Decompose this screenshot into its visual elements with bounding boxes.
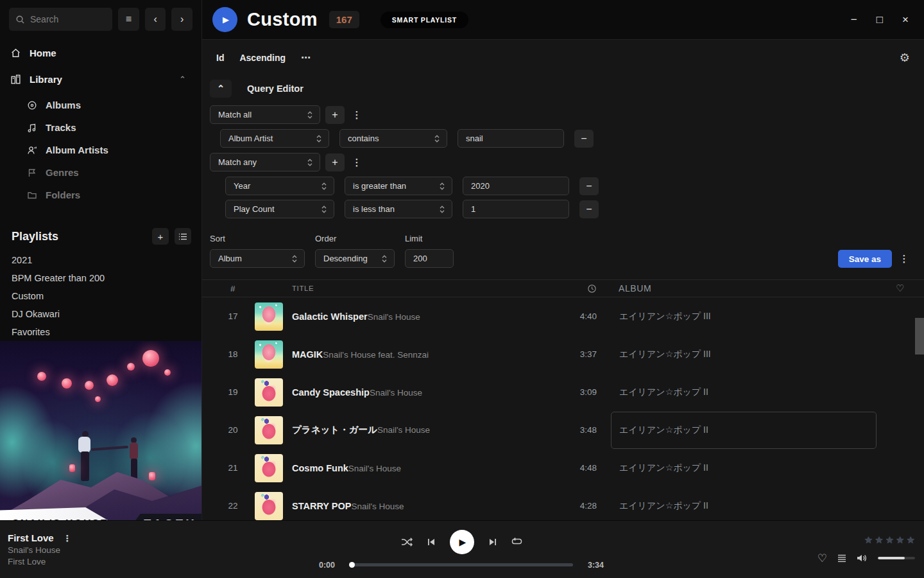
rule-value-input[interactable]	[458, 129, 564, 148]
nav-forward-button[interactable]: ›	[171, 8, 193, 31]
remove-rule-button[interactable]: −	[579, 200, 599, 218]
track-artist[interactable]: Snail's House	[368, 312, 420, 322]
minimize-button[interactable]: −	[851, 14, 857, 25]
track-album[interactable]: エイリアン☆ポップ II	[611, 374, 877, 411]
sidebar-item-home[interactable]: Home	[0, 40, 201, 66]
query-editor-toggle-row: ⌃ Query Editor	[210, 80, 916, 98]
now-playing-artist[interactable]: Snail's House	[8, 545, 307, 555]
volume-slider[interactable]	[878, 557, 915, 559]
manage-playlists-button[interactable]	[175, 228, 191, 245]
track-title: プラネット・ガール	[292, 425, 377, 435]
match-type-select[interactable]: Match all	[210, 105, 320, 124]
column-duration[interactable]	[552, 284, 597, 293]
favorite-heart-icon[interactable]: ♡	[817, 552, 827, 565]
previous-button[interactable]	[427, 538, 436, 547]
collapse-query-editor-button[interactable]: ⌃	[210, 80, 232, 98]
column-favorite[interactable]: ♡	[877, 283, 905, 294]
track-album[interactable]: エイリアン☆ポップ III	[611, 298, 877, 335]
menu-button[interactable]: ≡	[118, 8, 139, 31]
sidebar-item-albums[interactable]: Albums	[0, 94, 201, 116]
sort-field-button[interactable]: Id	[216, 53, 224, 63]
track-album[interactable]: エイリアン☆ポップ II	[611, 487, 877, 521]
play-pause-button[interactable]: ▶	[450, 530, 474, 554]
column-album[interactable]: ALBUM	[611, 283, 877, 293]
track-artist[interactable]: Snail's House	[377, 425, 430, 435]
play-playlist-button[interactable]: ▶	[212, 7, 237, 32]
scrollbar-thumb[interactable]	[915, 318, 924, 355]
rule-value-input[interactable]	[463, 200, 569, 218]
now-playing-album[interactable]: First Love	[8, 557, 307, 566]
track-album[interactable]: エイリアン☆ポップ III	[611, 336, 877, 373]
playlist-item[interactable]: BPM Greater than 200	[0, 269, 201, 287]
remove-rule-button[interactable]: −	[574, 130, 594, 148]
search-input[interactable]	[30, 14, 106, 24]
rule-operator-select[interactable]: is less than	[345, 200, 452, 218]
sidebar-item-genres[interactable]: Genres	[0, 161, 201, 184]
star-icon[interactable]: ★	[896, 534, 904, 546]
order-select[interactable]: Descending	[315, 249, 395, 268]
queue-icon[interactable]	[837, 554, 846, 563]
track-artist[interactable]: Snail's House feat. Sennzai	[323, 350, 429, 360]
add-playlist-button[interactable]: +	[152, 228, 169, 245]
track-artist[interactable]: Snail's House	[348, 464, 401, 473]
group-menu-button[interactable]: ⋮	[350, 106, 364, 124]
now-playing-title[interactable]: First Love	[8, 532, 54, 543]
track-album[interactable]: エイリアン☆ポップ II	[611, 450, 877, 487]
rule-field-select[interactable]: Album Artist	[220, 129, 329, 148]
repeat-button[interactable]	[511, 537, 522, 547]
now-playing-menu-button[interactable]: ⋮	[63, 533, 72, 543]
rule-field-select[interactable]: Year	[225, 177, 334, 195]
star-icon[interactable]: ★	[886, 534, 894, 546]
star-icon[interactable]: ★	[875, 534, 883, 546]
star-icon[interactable]: ★	[907, 534, 915, 546]
sidebar-item-album-artists[interactable]: Album Artists	[0, 139, 201, 161]
collapse-chevron-icon[interactable]: ⌃	[179, 74, 186, 84]
table-row[interactable]: 22 STARRY POPSnail's House 4:28 エイリアン☆ポッ…	[202, 487, 924, 520]
progress-bar[interactable]	[350, 563, 573, 566]
limit-input[interactable]	[405, 249, 454, 268]
track-artist[interactable]: Snail's House	[370, 388, 422, 398]
save-as-button[interactable]: Save as	[838, 250, 892, 268]
save-menu-button[interactable]: ⋮	[897, 250, 911, 268]
track-artist[interactable]: Snail's House	[351, 502, 404, 511]
sidebar-item-library[interactable]: Library ⌃	[0, 66, 201, 92]
maximize-button[interactable]: □	[877, 14, 883, 25]
playlist-item[interactable]: DJ Okawari	[0, 305, 201, 323]
next-button[interactable]	[488, 538, 497, 547]
column-number[interactable]: #	[220, 284, 246, 293]
column-title[interactable]: TITLE	[292, 285, 552, 292]
match-type-select[interactable]: Match any	[210, 153, 320, 171]
rule-operator-select[interactable]: is greater than	[345, 177, 452, 195]
progress-thumb[interactable]	[349, 562, 355, 568]
playlist-item[interactable]: Custom	[0, 287, 201, 305]
shuffle-button[interactable]	[401, 537, 413, 547]
table-row[interactable]: 21 Cosmo FunkSnail's House 4:48 エイリアン☆ポッ…	[202, 449, 924, 487]
table-row[interactable]: 17 Galactic WhisperSnail's House 4:40 エイ…	[202, 297, 924, 335]
group-menu-button[interactable]: ⋮	[350, 153, 364, 171]
playlist-item[interactable]: Favorites	[0, 323, 201, 341]
nav-back-button[interactable]: ‹	[145, 8, 166, 31]
remove-rule-button[interactable]: −	[579, 177, 599, 195]
volume-icon[interactable]	[857, 554, 868, 563]
close-button[interactable]: ×	[902, 14, 909, 25]
table-row[interactable]: 20 プラネット・ガールSnail's House 3:48 エイリアン☆ポップ…	[202, 411, 924, 449]
rule-field-select[interactable]: Play Count	[225, 200, 334, 218]
now-playing-cover-art[interactable]: SNAIL'S HOUSE FIRST LOVE TASTY	[0, 341, 202, 520]
sort-direction-button[interactable]: Ascending	[239, 53, 286, 63]
rule-operator-select[interactable]: contains	[339, 129, 447, 148]
add-rule-button[interactable]: +	[325, 106, 345, 124]
gear-icon[interactable]: ⚙	[900, 51, 910, 65]
star-icon[interactable]: ★	[864, 534, 873, 546]
playlist-item[interactable]: 2021	[0, 251, 201, 269]
search-box[interactable]	[9, 8, 112, 31]
table-row[interactable]: 18 MAGIKSnail's House feat. Sennzai 3:37…	[202, 335, 924, 373]
add-rule-button[interactable]: +	[325, 153, 345, 171]
sidebar-item-folders[interactable]: Folders	[0, 184, 201, 206]
more-options-button[interactable]: ⋯	[301, 52, 311, 64]
table-row[interactable]: 19 Candy SpaceshipSnail's House 3:09 エイリ…	[202, 373, 924, 411]
track-album[interactable]: エイリアン☆ポップ II	[611, 412, 877, 449]
track-title: STARRY POP	[292, 501, 351, 511]
sidebar-item-tracks[interactable]: Tracks	[0, 116, 201, 139]
rule-value-input[interactable]	[463, 177, 569, 195]
sort-select[interactable]: Album	[210, 249, 305, 268]
